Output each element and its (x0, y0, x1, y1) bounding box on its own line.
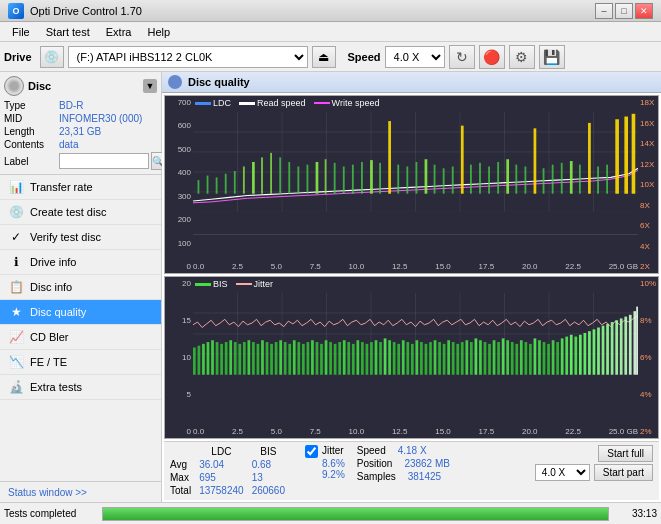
disc-quality-icon: ★ (8, 304, 24, 320)
chart2-svg (193, 293, 638, 375)
jitter-checkbox[interactable] (305, 445, 318, 458)
svg-rect-138 (475, 338, 478, 374)
svg-rect-106 (329, 342, 332, 375)
svg-rect-22 (270, 153, 272, 194)
y-300: 300 (167, 192, 191, 201)
svg-rect-43 (461, 126, 464, 194)
svg-rect-24 (288, 162, 290, 194)
nav-verify-test-disc[interactable]: ✓ Verify test disc (0, 225, 161, 250)
nav-disc-quality-label: Disc quality (30, 306, 86, 318)
nav-disc-info[interactable]: 📋 Disc info (0, 275, 161, 300)
svg-rect-96 (284, 342, 287, 375)
yr-6x: 6X (640, 221, 656, 230)
x2-2.5: 2.5 (232, 427, 243, 436)
svg-rect-62 (632, 114, 636, 194)
start-part-button[interactable]: Start part (594, 464, 653, 481)
speed-position-section: Speed 4.18 X Position 23862 MB Samples 3… (357, 445, 450, 484)
menu-help[interactable]: Help (139, 24, 178, 40)
media-button[interactable]: 🔴 (479, 45, 505, 69)
charts-area: LDC Read speed Write speed 700 600 50 (162, 93, 661, 502)
svg-rect-171 (624, 317, 627, 375)
nav-fe-te-label: FE / TE (30, 356, 67, 368)
status-window-link[interactable]: Status window >> (4, 485, 91, 500)
nav-cd-bler[interactable]: 📈 CD Bler (0, 325, 161, 350)
menu-file[interactable]: File (4, 24, 38, 40)
svg-rect-29 (334, 163, 336, 194)
svg-rect-48 (506, 159, 509, 194)
x-10: 10.0 (349, 262, 365, 271)
disc-header-label: Disc (28, 80, 51, 92)
minimize-button[interactable]: – (595, 3, 613, 19)
speed-combo[interactable]: 4.0 X (535, 464, 590, 481)
contents-key: Contents (4, 139, 59, 150)
position-label: Position (357, 458, 393, 469)
start-full-button[interactable]: Start full (598, 445, 653, 462)
dq-icon (168, 75, 182, 89)
nav-fe-te[interactable]: 📉 FE / TE (0, 350, 161, 375)
svg-rect-80 (211, 340, 214, 375)
svg-rect-27 (316, 162, 319, 194)
nav-create-test-disc[interactable]: 💿 Create test disc (0, 200, 161, 225)
svg-rect-148 (520, 340, 523, 375)
svg-rect-89 (252, 342, 255, 375)
y-200: 200 (167, 215, 191, 224)
svg-rect-136 (465, 340, 468, 375)
refresh-button[interactable]: ↻ (449, 45, 475, 69)
stats-bis-header: BIS (252, 445, 293, 458)
svg-rect-114 (366, 344, 369, 375)
drive-icon-button[interactable]: 💿 (40, 46, 64, 68)
nav-extra-tests[interactable]: 🔬 Extra tests (0, 375, 161, 400)
cd-bler-icon: 📈 (8, 329, 24, 345)
x2-0: 0.0 (193, 427, 204, 436)
svg-rect-127 (425, 344, 428, 375)
maximize-button[interactable]: □ (615, 3, 633, 19)
y-700: 700 (167, 98, 191, 107)
drivebar: Drive 💿 (F:) ATAPI iHBS112 2 CL0K ⏏ Spee… (0, 42, 661, 72)
length-val: 23,31 GB (59, 126, 101, 137)
svg-rect-168 (611, 322, 614, 375)
svg-rect-143 (497, 342, 500, 375)
nav-extra-tests-label: Extra tests (30, 381, 82, 393)
svg-rect-87 (243, 342, 246, 375)
speed-select[interactable]: 4.0 X (385, 46, 445, 68)
label-input[interactable] (59, 153, 149, 169)
svg-rect-83 (225, 342, 228, 375)
menu-extra[interactable]: Extra (98, 24, 140, 40)
disc-section: Disc ▼ Type BD-R MID INFOMER30 (000) Len… (0, 72, 161, 175)
jitter-legend: Jitter (236, 279, 274, 289)
nav-disc-quality[interactable]: ★ Disc quality (0, 300, 161, 325)
disc-options-button[interactable]: ▼ (143, 79, 157, 93)
menu-start-test[interactable]: Start test (38, 24, 98, 40)
settings-button[interactable]: ⚙ (509, 45, 535, 69)
svg-rect-131 (443, 344, 446, 375)
y-600: 600 (167, 121, 191, 130)
save-button[interactable]: 💾 (539, 45, 565, 69)
svg-rect-153 (543, 342, 546, 375)
svg-rect-42 (452, 166, 454, 193)
length-key: Length (4, 126, 59, 137)
nav-drive-info[interactable]: ℹ Drive info (0, 250, 161, 275)
stats-total-bis: 260660 (252, 484, 293, 497)
drive-select[interactable]: (F:) ATAPI iHBS112 2 CL0K (68, 46, 308, 68)
x2-20: 20.0 (522, 427, 538, 436)
svg-rect-59 (606, 165, 608, 194)
eject-button[interactable]: ⏏ (312, 46, 336, 68)
svg-rect-141 (488, 344, 491, 375)
svg-rect-174 (636, 307, 638, 375)
svg-rect-44 (470, 165, 472, 194)
chart1-svg (193, 112, 638, 212)
y-500: 500 (167, 145, 191, 154)
svg-rect-95 (279, 340, 282, 375)
svg-rect-112 (356, 340, 359, 375)
stats-total-label: Total (170, 484, 199, 497)
yr-18x: 18X (640, 98, 656, 107)
svg-rect-23 (279, 157, 281, 193)
close-button[interactable]: ✕ (635, 3, 653, 19)
type-key: Type (4, 100, 59, 111)
jitter-avg-val: 8.6% (322, 458, 345, 469)
fe-te-icon: 📉 (8, 354, 24, 370)
nav-verify-test-disc-label: Verify test disc (30, 231, 101, 243)
disc-icon (4, 76, 24, 96)
stats-avg-label: Avg (170, 458, 199, 471)
nav-transfer-rate[interactable]: 📊 Transfer rate (0, 175, 161, 200)
